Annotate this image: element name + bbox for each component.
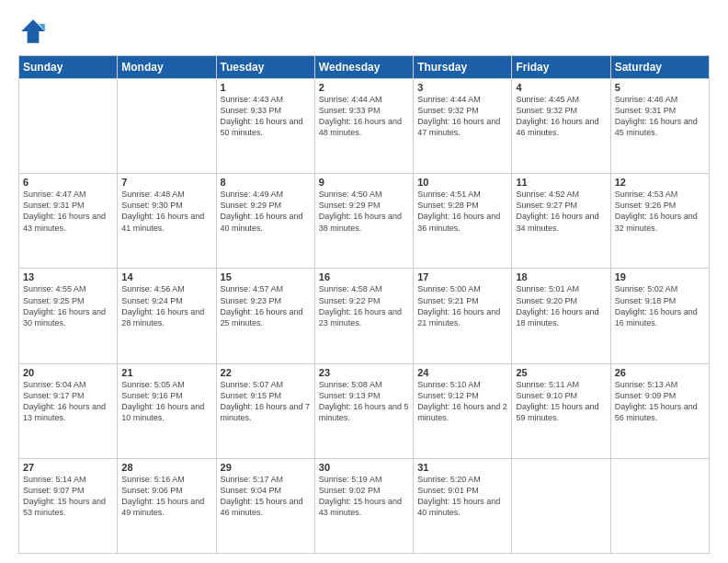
calendar-week-row: 13Sunrise: 4:55 AM Sunset: 9:25 PM Dayli… [19, 269, 710, 363]
day-number: 27 [23, 462, 113, 473]
calendar-day-header: Sunday [19, 56, 118, 79]
day-info: Sunrise: 5:13 AM Sunset: 9:09 PM Dayligh… [615, 379, 705, 424]
day-info: Sunrise: 5:14 AM Sunset: 9:07 PM Dayligh… [23, 474, 113, 519]
page: SundayMondayTuesdayWednesdayThursdayFrid… [0, 0, 728, 563]
calendar-cell: 22Sunrise: 5:07 AM Sunset: 9:15 PM Dayli… [216, 363, 314, 458]
day-number: 19 [615, 271, 705, 282]
day-number: 1 [221, 82, 311, 93]
day-number: 8 [221, 177, 311, 188]
calendar-cell: 16Sunrise: 4:58 AM Sunset: 9:22 PM Dayli… [314, 269, 413, 363]
calendar-day-header: Thursday [414, 56, 512, 79]
day-info: Sunrise: 4:45 AM Sunset: 9:32 PM Dayligh… [516, 94, 606, 139]
calendar-cell: 6Sunrise: 4:47 AM Sunset: 9:31 PM Daylig… [19, 174, 118, 269]
day-info: Sunrise: 4:55 AM Sunset: 9:25 PM Dayligh… [23, 283, 113, 328]
day-info: Sunrise: 4:50 AM Sunset: 9:29 PM Dayligh… [319, 189, 409, 234]
day-number: 11 [516, 177, 606, 188]
day-info: Sunrise: 4:43 AM Sunset: 9:33 PM Dayligh… [221, 94, 311, 139]
day-number: 26 [615, 367, 705, 378]
calendar-cell: 2Sunrise: 4:44 AM Sunset: 9:33 PM Daylig… [314, 79, 413, 174]
calendar-cell: 25Sunrise: 5:11 AM Sunset: 9:10 PM Dayli… [512, 363, 610, 458]
calendar-cell: 12Sunrise: 4:53 AM Sunset: 9:26 PM Dayli… [610, 174, 709, 269]
day-info: Sunrise: 4:44 AM Sunset: 9:33 PM Dayligh… [319, 94, 409, 139]
calendar-day-header: Wednesday [314, 56, 413, 79]
day-info: Sunrise: 5:01 AM Sunset: 9:20 PM Dayligh… [516, 283, 606, 328]
calendar-table: SundayMondayTuesdayWednesdayThursdayFrid… [18, 55, 710, 554]
day-info: Sunrise: 5:08 AM Sunset: 9:13 PM Dayligh… [319, 379, 409, 424]
calendar-cell: 26Sunrise: 5:13 AM Sunset: 9:09 PM Dayli… [610, 363, 709, 458]
calendar-cell: 10Sunrise: 4:51 AM Sunset: 9:28 PM Dayli… [414, 174, 512, 269]
calendar-cell: 27Sunrise: 5:14 AM Sunset: 9:07 PM Dayli… [19, 458, 118, 553]
day-info: Sunrise: 5:00 AM Sunset: 9:21 PM Dayligh… [417, 283, 507, 328]
calendar-header-row: SundayMondayTuesdayWednesdayThursdayFrid… [19, 56, 710, 79]
calendar-cell: 21Sunrise: 5:05 AM Sunset: 9:16 PM Dayli… [118, 363, 216, 458]
day-number: 28 [121, 462, 211, 473]
day-info: Sunrise: 5:07 AM Sunset: 9:15 PM Dayligh… [221, 379, 311, 424]
calendar-week-row: 1Sunrise: 4:43 AM Sunset: 9:33 PM Daylig… [19, 79, 710, 174]
calendar-cell: 11Sunrise: 4:52 AM Sunset: 9:27 PM Dayli… [512, 174, 610, 269]
day-number: 6 [23, 177, 113, 188]
day-info: Sunrise: 4:46 AM Sunset: 9:31 PM Dayligh… [615, 94, 705, 139]
logo [18, 17, 51, 46]
day-number: 5 [615, 82, 705, 93]
day-info: Sunrise: 4:52 AM Sunset: 9:27 PM Dayligh… [516, 189, 606, 234]
day-info: Sunrise: 4:49 AM Sunset: 9:29 PM Dayligh… [221, 189, 311, 234]
day-info: Sunrise: 4:58 AM Sunset: 9:22 PM Dayligh… [319, 283, 409, 328]
day-info: Sunrise: 4:51 AM Sunset: 9:28 PM Dayligh… [417, 189, 507, 234]
day-number: 17 [417, 271, 507, 282]
day-number: 12 [615, 177, 705, 188]
day-info: Sunrise: 4:56 AM Sunset: 9:24 PM Dayligh… [121, 283, 211, 328]
day-number: 18 [516, 271, 606, 282]
calendar-cell [118, 79, 216, 174]
day-info: Sunrise: 4:57 AM Sunset: 9:23 PM Dayligh… [221, 283, 311, 328]
svg-marker-0 [21, 19, 45, 43]
day-info: Sunrise: 5:20 AM Sunset: 9:01 PM Dayligh… [417, 474, 507, 519]
calendar-cell: 31Sunrise: 5:20 AM Sunset: 9:01 PM Dayli… [414, 458, 512, 553]
day-number: 20 [23, 367, 113, 378]
calendar-cell [19, 79, 118, 174]
header [18, 17, 710, 46]
calendar-week-row: 6Sunrise: 4:47 AM Sunset: 9:31 PM Daylig… [19, 174, 710, 269]
calendar-cell: 19Sunrise: 5:02 AM Sunset: 9:18 PM Dayli… [610, 269, 709, 363]
calendar-cell: 24Sunrise: 5:10 AM Sunset: 9:12 PM Dayli… [414, 363, 512, 458]
day-info: Sunrise: 5:04 AM Sunset: 9:17 PM Dayligh… [23, 379, 113, 424]
calendar-day-header: Monday [118, 56, 216, 79]
calendar-cell: 7Sunrise: 4:48 AM Sunset: 9:30 PM Daylig… [118, 174, 216, 269]
day-number: 25 [516, 367, 606, 378]
calendar-cell [512, 458, 610, 553]
calendar-cell: 9Sunrise: 4:50 AM Sunset: 9:29 PM Daylig… [314, 174, 413, 269]
calendar-cell: 23Sunrise: 5:08 AM Sunset: 9:13 PM Dayli… [314, 363, 413, 458]
day-info: Sunrise: 5:10 AM Sunset: 9:12 PM Dayligh… [417, 379, 507, 424]
day-number: 9 [319, 177, 409, 188]
calendar-cell: 4Sunrise: 4:45 AM Sunset: 9:32 PM Daylig… [512, 79, 610, 174]
day-info: Sunrise: 5:19 AM Sunset: 9:02 PM Dayligh… [319, 474, 409, 519]
calendar-cell: 28Sunrise: 5:16 AM Sunset: 9:06 PM Dayli… [118, 458, 216, 553]
day-number: 2 [319, 82, 409, 93]
day-info: Sunrise: 5:17 AM Sunset: 9:04 PM Dayligh… [221, 474, 311, 519]
calendar-cell: 1Sunrise: 4:43 AM Sunset: 9:33 PM Daylig… [216, 79, 314, 174]
day-number: 16 [319, 271, 409, 282]
day-number: 15 [221, 271, 311, 282]
calendar-day-header: Tuesday [216, 56, 314, 79]
day-number: 10 [417, 177, 507, 188]
calendar-cell: 8Sunrise: 4:49 AM Sunset: 9:29 PM Daylig… [216, 174, 314, 269]
calendar-cell: 17Sunrise: 5:00 AM Sunset: 9:21 PM Dayli… [414, 269, 512, 363]
calendar-cell: 20Sunrise: 5:04 AM Sunset: 9:17 PM Dayli… [19, 363, 118, 458]
calendar-cell: 13Sunrise: 4:55 AM Sunset: 9:25 PM Dayli… [19, 269, 118, 363]
calendar-cell: 30Sunrise: 5:19 AM Sunset: 9:02 PM Dayli… [314, 458, 413, 553]
calendar-day-header: Friday [512, 56, 610, 79]
calendar-week-row: 27Sunrise: 5:14 AM Sunset: 9:07 PM Dayli… [19, 458, 710, 553]
day-number: 13 [23, 271, 113, 282]
calendar-cell [610, 458, 709, 553]
day-number: 21 [121, 367, 211, 378]
day-info: Sunrise: 4:53 AM Sunset: 9:26 PM Dayligh… [615, 189, 705, 234]
day-info: Sunrise: 5:05 AM Sunset: 9:16 PM Dayligh… [121, 379, 211, 424]
calendar-cell: 14Sunrise: 4:56 AM Sunset: 9:24 PM Dayli… [118, 269, 216, 363]
logo-icon [18, 17, 48, 46]
day-number: 30 [319, 462, 409, 473]
day-info: Sunrise: 4:48 AM Sunset: 9:30 PM Dayligh… [121, 189, 211, 234]
day-number: 23 [319, 367, 409, 378]
day-number: 24 [417, 367, 507, 378]
day-number: 3 [417, 82, 507, 93]
day-info: Sunrise: 5:02 AM Sunset: 9:18 PM Dayligh… [615, 283, 705, 328]
day-info: Sunrise: 5:16 AM Sunset: 9:06 PM Dayligh… [121, 474, 211, 519]
